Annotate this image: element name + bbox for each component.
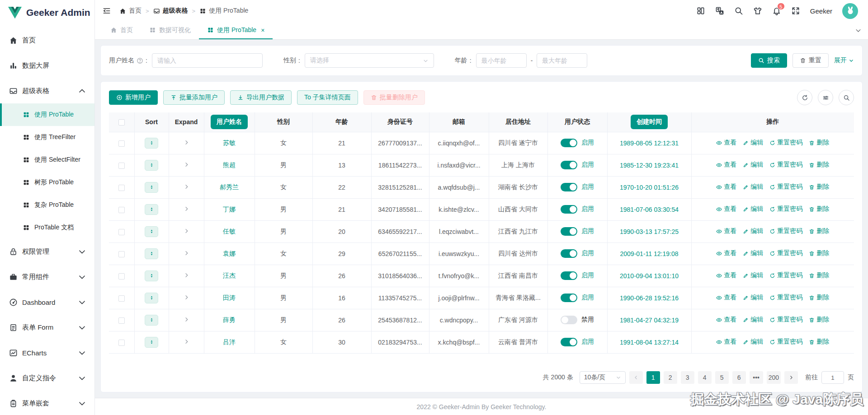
sidebar-item[interactable]: 超级表格 [0, 78, 94, 103]
view-action[interactable]: 查看 [716, 249, 736, 257]
page-button-200[interactable]: 200 [767, 371, 781, 384]
reset-password-action[interactable]: 重置密码 [769, 249, 802, 257]
edit-action[interactable]: 编辑 [743, 271, 763, 280]
view-action[interactable]: 查看 [716, 294, 736, 302]
delete-action[interactable]: 删除 [809, 338, 829, 346]
next-page-button[interactable] [784, 371, 798, 384]
expand-row-icon[interactable] [184, 339, 189, 345]
expand-row-icon[interactable] [184, 294, 189, 300]
toolbar-button[interactable]: 新增用户 [109, 90, 158, 105]
delete-action[interactable]: 删除 [809, 183, 829, 191]
status-toggle[interactable] [561, 139, 577, 147]
row-checkbox[interactable] [118, 251, 125, 257]
toolbar-button[interactable]: To 子集详情页面 [297, 90, 358, 105]
expand-row-icon[interactable] [184, 162, 189, 168]
user-name-link[interactable]: 任敏 [223, 228, 236, 235]
row-sort-handle[interactable] [145, 138, 158, 149]
sortable-column-header[interactable]: 用户姓名 [211, 115, 248, 129]
status-toggle[interactable] [561, 205, 577, 214]
edit-action[interactable]: 编辑 [743, 183, 763, 191]
sidebar-item[interactable]: Dashboard [0, 289, 94, 315]
sidebar-subitem[interactable]: 树形 ProTable [0, 171, 94, 194]
reset-password-action[interactable]: 重置密码 [769, 338, 802, 346]
view-action[interactable]: 查看 [716, 271, 736, 280]
brand[interactable]: Geeker Admin [0, 0, 94, 25]
status-toggle[interactable] [561, 183, 577, 191]
delete-action[interactable]: 删除 [809, 139, 829, 147]
edit-action[interactable]: 编辑 [743, 249, 763, 257]
status-toggle[interactable] [561, 338, 577, 346]
row-checkbox[interactable] [118, 317, 125, 324]
user-name-link[interactable]: 袁娜 [223, 250, 236, 257]
goto-page-input[interactable] [821, 371, 844, 384]
row-sort-handle[interactable] [145, 270, 158, 281]
row-sort-handle[interactable] [145, 248, 158, 259]
status-toggle[interactable] [561, 227, 577, 236]
tab-数据可视化[interactable]: 数据可视化 [141, 22, 199, 39]
toolbar-button[interactable]: 批量删除用户 [363, 90, 425, 105]
refresh-table-button[interactable] [797, 90, 812, 105]
user-avatar[interactable] [842, 3, 858, 19]
sidebar-subitem[interactable]: ProTable 文档 [0, 216, 94, 239]
expand-row-icon[interactable] [184, 140, 189, 145]
view-action[interactable]: 查看 [716, 161, 736, 169]
sidebar-item[interactable]: 数据大屏 [0, 53, 94, 78]
toggle-search-button[interactable] [839, 90, 854, 105]
close-tab-icon[interactable]: × [261, 27, 264, 33]
reset-password-action[interactable]: 重置密码 [769, 205, 802, 213]
breadcrumb-item[interactable]: 使用 ProTable [199, 7, 248, 15]
reset-password-action[interactable]: 重置密码 [769, 183, 802, 191]
view-action[interactable]: 查看 [716, 227, 736, 235]
edit-action[interactable]: 编辑 [743, 161, 763, 169]
row-checkbox[interactable] [118, 295, 125, 302]
reset-password-action[interactable]: 重置密码 [769, 316, 802, 324]
page-button-5[interactable]: 5 [715, 371, 729, 384]
status-toggle[interactable] [561, 161, 577, 169]
expand-filter-link[interactable]: 展开 [834, 56, 854, 65]
user-name-link[interactable]: 吕洋 [223, 338, 236, 345]
delete-action[interactable]: 删除 [809, 294, 829, 302]
status-toggle[interactable] [561, 294, 577, 302]
user-name-link[interactable]: 丁娜 [223, 205, 236, 213]
sidebar-item[interactable]: 表单 Form [0, 315, 94, 340]
expand-row-icon[interactable] [184, 206, 189, 212]
reset-password-action[interactable]: 重置密码 [769, 161, 802, 169]
sidebar-item[interactable]: 首页 [0, 28, 94, 53]
row-checkbox[interactable] [118, 163, 125, 169]
search-icon[interactable] [734, 6, 743, 15]
theme-icon[interactable] [753, 6, 762, 15]
delete-action[interactable]: 删除 [809, 271, 829, 280]
view-action[interactable]: 查看 [716, 139, 736, 147]
expand-row-icon[interactable] [184, 250, 189, 256]
tab-首页[interactable]: 首页 [102, 22, 141, 39]
user-name-link[interactable]: 田涛 [223, 294, 236, 301]
row-checkbox[interactable] [118, 185, 125, 191]
more-pages-button[interactable]: ••• [750, 371, 763, 384]
view-action[interactable]: 查看 [716, 316, 736, 324]
row-sort-handle[interactable] [145, 337, 158, 348]
row-checkbox[interactable] [118, 273, 125, 280]
edit-action[interactable]: 编辑 [743, 205, 763, 213]
user-name-link[interactable]: 汪杰 [223, 272, 236, 279]
layout-size-icon[interactable] [696, 6, 705, 15]
user-name-link[interactable]: 熊超 [223, 161, 236, 168]
row-sort-handle[interactable] [145, 160, 158, 171]
row-sort-handle[interactable] [145, 315, 158, 326]
edit-action[interactable]: 编辑 [743, 316, 763, 324]
tab-使用 ProTable[interactable]: 使用 ProTable× [199, 22, 273, 39]
page-button-6[interactable]: 6 [732, 371, 746, 384]
column-settings-button[interactable] [818, 90, 833, 105]
sidebar-item[interactable]: 权限管理 [0, 239, 94, 264]
view-action[interactable]: 查看 [716, 183, 736, 191]
delete-action[interactable]: 删除 [809, 227, 829, 235]
page-size-select[interactable]: 10条/页 [580, 371, 626, 384]
sidebar-item[interactable]: 自定义指令 [0, 365, 94, 391]
fullscreen-icon[interactable] [791, 6, 800, 15]
sidebar-item[interactable]: 菜单嵌套 [0, 391, 94, 415]
status-toggle[interactable] [561, 316, 577, 324]
row-checkbox[interactable] [118, 207, 125, 213]
toolbar-button[interactable]: 导出用户数据 [230, 90, 292, 105]
select-all-checkbox[interactable] [118, 119, 125, 126]
expand-row-icon[interactable] [184, 184, 189, 190]
age-max-input[interactable] [537, 53, 587, 68]
